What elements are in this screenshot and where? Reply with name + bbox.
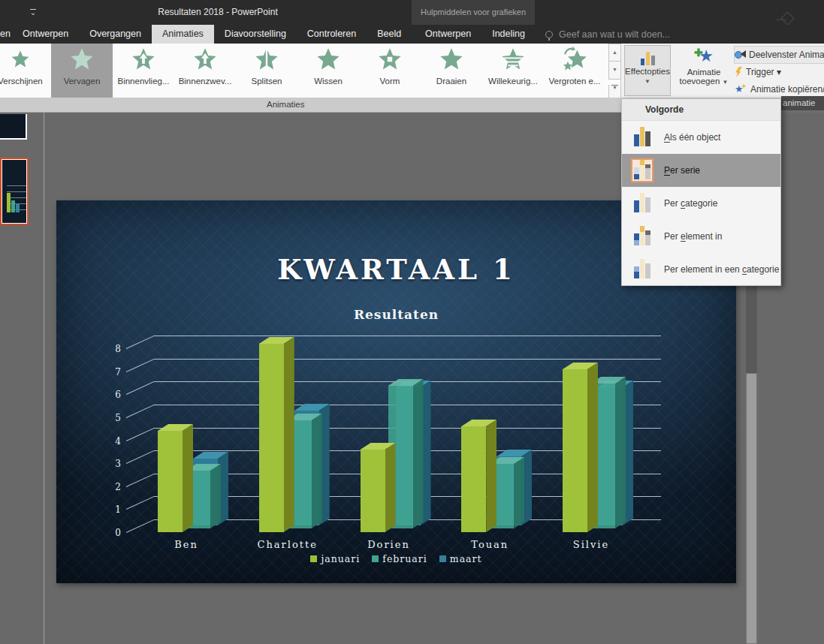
y-axis-label: 5 <box>101 413 121 423</box>
axis-tick-connector <box>126 428 155 441</box>
animations-group-label: Animaties <box>267 100 305 109</box>
contextual-tab-indeling[interactable]: Indeling <box>481 25 536 44</box>
arrow-star-icon <box>131 47 156 72</box>
chart-tools-label: Hulpmiddelen voor grafieken <box>412 8 535 17</box>
axis-tick-connector <box>126 359 155 372</box>
bar-chart-icon <box>631 125 653 149</box>
animation-vorm[interactable]: Vorm <box>359 44 421 98</box>
tab-overgangen[interactable]: Overgangen <box>79 25 152 44</box>
trigger-button[interactable]: Trigger ▾ <box>735 64 781 80</box>
animation-willekeurig[interactable]: Willekeurig... <box>482 44 544 98</box>
stripes-star-icon <box>500 47 526 72</box>
grow-star-icon <box>562 47 587 72</box>
bar-chart-icon <box>631 191 653 215</box>
chart-bar-face <box>486 420 497 532</box>
share-glyph-icon <box>780 11 794 25</box>
category-label: Charlotte <box>235 539 340 550</box>
menu-item-per-categorie[interactable]: Per categorie <box>622 187 780 220</box>
rays-star-icon <box>8 47 33 72</box>
tab-controleren[interactable]: Controleren <box>297 25 367 44</box>
chart-bar-face <box>312 414 322 528</box>
axis-tick-connector <box>126 496 155 510</box>
chart-bar-face <box>183 424 193 532</box>
search-placeholder: Geef aan wat u wilt doen... <box>559 29 670 40</box>
animation-splitsen[interactable]: Splitsen <box>236 44 297 98</box>
menu-item-als-n-object[interactable]: Als één object <box>622 121 780 154</box>
chart-bar-face <box>385 443 396 532</box>
animation-binnenvlieg[interactable]: Binnenvlieg... <box>113 44 174 98</box>
gallery-scroll-up-button[interactable]: ▲ <box>608 44 621 62</box>
y-axis-label: 2 <box>101 482 121 492</box>
thumbnail-panel-separator[interactable] <box>44 113 44 644</box>
category-label: Touan <box>437 539 542 550</box>
bar-chart-icon <box>631 158 653 182</box>
chart-bar-face <box>259 344 284 532</box>
contextual-tabs: OntwerpenIndeling <box>415 25 536 44</box>
legend-swatch <box>439 555 446 562</box>
tab-beeld[interactable]: Beeld <box>367 25 412 44</box>
gridline <box>154 359 661 360</box>
legend-item-januari: januari <box>310 553 360 564</box>
bar-chart-icon <box>631 224 653 248</box>
animation-pane-icon <box>735 50 745 60</box>
y-axis-label: 1 <box>101 504 121 515</box>
legend-swatch <box>310 555 317 562</box>
axis-tick-connector <box>126 405 155 418</box>
category-label: Silvie <box>539 539 644 550</box>
chart-bar-face <box>563 369 587 532</box>
chart-bar-face <box>615 377 626 528</box>
tab-animaties[interactable]: Animaties <box>152 25 214 44</box>
chart-bar-face <box>284 337 294 532</box>
animation-vervagen[interactable]: Vervagen <box>51 44 113 98</box>
animation-painter-icon: ★✦ <box>735 84 747 95</box>
chart-bar-face <box>587 363 598 532</box>
lightbulb-icon <box>545 31 553 38</box>
gridline <box>154 336 661 336</box>
animation-vergrotene[interactable]: Vergroten e... <box>544 44 605 98</box>
legend-item-maart: maart <box>439 553 482 564</box>
effect-options-button[interactable]: Effectopties ▼ <box>624 45 671 96</box>
tell-me-search[interactable]: Geef aan wat u wilt doen... <box>545 25 670 44</box>
tab-ontwerpen[interactable]: Ontwerpen <box>12 25 79 44</box>
animation-pane-button[interactable]: Deelvenster Animat <box>735 47 824 63</box>
slide-thumbnail-1[interactable] <box>0 114 27 140</box>
y-axis-label: 0 <box>101 528 121 538</box>
chart-bar-face <box>514 457 524 528</box>
contextual-tab-ontwerpen[interactable]: Ontwerpen <box>415 25 481 44</box>
animation-draaien[interactable]: Draaien <box>421 44 482 98</box>
menu-item-per-serie[interactable]: Per serie <box>622 154 780 187</box>
effect-options-icon <box>641 49 655 65</box>
y-axis-label: 7 <box>101 367 121 378</box>
y-axis-label: 8 <box>101 344 121 354</box>
dropdown-arrow-icon: ▾ <box>777 67 781 77</box>
powerpoint-window: ⌄ Resultaten 2018 - PowerPoint Hulpmidde… <box>0 0 824 644</box>
quick-access-toolbar-chevron-icon[interactable]: ⌄ <box>27 7 39 19</box>
tab-diavoorstelling[interactable]: Diavoorstelling <box>214 25 297 44</box>
gallery-scroll-down-button[interactable]: ▼ <box>608 62 621 80</box>
add-animation-icon: ✚★ <box>694 48 714 66</box>
animation-wissen[interactable]: Wissen <box>297 44 359 98</box>
menu-item-per-element-in[interactable]: Per element in <box>622 220 780 253</box>
tab-en[interactable]: en <box>0 25 12 44</box>
menu-item-per-element-in-een-categorie[interactable]: Per element in een categorie <box>622 253 780 286</box>
dropdown-arrow-icon: ▼ <box>723 79 729 86</box>
axis-tick-connector <box>126 474 155 487</box>
animation-verschijnen[interactable]: Verschijnen <box>0 44 51 98</box>
slide-thumbnail-2-selected[interactable] <box>0 158 29 225</box>
lightning-bolt-icon <box>735 67 742 77</box>
main-tabs: enOntwerpenOvergangenAnimatiesDiavoorste… <box>0 25 412 44</box>
slide-thumbnail-2-preview <box>2 159 27 224</box>
advanced-animation-group-label-fragment: animatie <box>781 96 824 110</box>
category-label: Ben <box>134 539 239 550</box>
animation-binnenzwev[interactable]: Binnenzwev... <box>174 44 236 98</box>
animation-painter-button[interactable]: ★✦ Animatie kopiëren/ <box>735 81 824 98</box>
chart-bar-face <box>361 450 385 532</box>
y-axis-label: 4 <box>101 436 121 447</box>
chart-bar-face <box>413 379 424 528</box>
axis-tick-connector <box>126 450 155 464</box>
vertical-scrollbar-thumb[interactable] <box>746 373 757 644</box>
add-animation-button[interactable]: ✚★ Animatie toevoegen ▼ <box>675 45 732 96</box>
axis-tick-connector <box>126 519 155 533</box>
chart-bar-face <box>210 464 221 528</box>
bar-chart-icon <box>631 257 653 281</box>
